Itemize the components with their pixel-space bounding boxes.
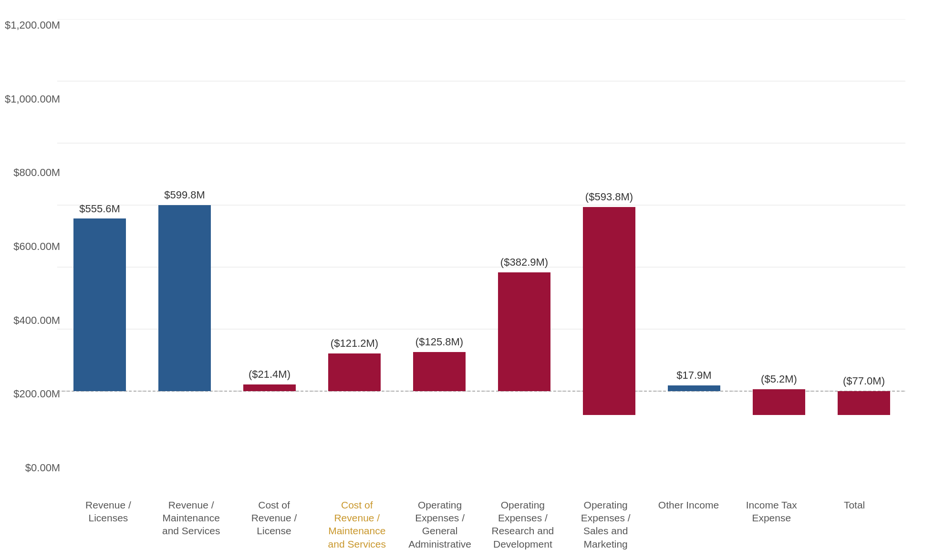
x-label-cost-revenue-maintenance: Cost ofRevenue /Maintenanceand Services (315, 498, 398, 550)
bar-label-opex-research: ($382.9M) (500, 256, 548, 268)
bar-opex-research (498, 272, 550, 391)
bar-opex-general (413, 352, 466, 391)
y-label-600: $600.00M (13, 240, 60, 253)
y-label-200: $200.00M (13, 388, 60, 400)
y-axis: $1,200.00M $1,000.00M $800.00M $600.00M … (5, 19, 60, 474)
bar-label-revenue-maintenance: $599.8M (164, 189, 205, 201)
y-label-1000: $1,000.00M (5, 93, 60, 105)
x-label-total: Total (813, 498, 896, 511)
bar-label-cost-revenue-license: ($21.4M) (249, 368, 291, 380)
bar-label-opex-sales: ($593.8M) (585, 191, 633, 203)
bar-label-total: ($77.0M) (843, 375, 885, 387)
x-axis-labels: Revenue /Licenses Revenue /Maintenancean… (57, 498, 905, 550)
chart-area: $1,200.00M $1,000.00M $800.00M $600.00M … (57, 19, 905, 474)
x-label-opex-sales: OperatingExpenses /Sales andMarketing (564, 498, 647, 550)
bar-revenue-licenses (73, 218, 126, 391)
bar-income-tax (753, 389, 805, 415)
bar-label-cost-revenue-maintenance: ($121.2M) (331, 337, 378, 349)
chart-svg: $555.6M $599.8M ($21.4M) ($121.2M) ($125… (57, 19, 905, 474)
bar-total (838, 391, 890, 415)
y-label-1200: $1,200.00M (5, 19, 60, 31)
bar-label-income-tax: ($5.2M) (761, 373, 797, 385)
bar-label-other-income: $17.9M (676, 369, 711, 381)
x-label-revenue-maintenance: Revenue /Maintenanceand Services (150, 498, 233, 538)
bar-label-revenue-licenses: $555.6M (79, 203, 120, 215)
bar-other-income (668, 385, 720, 391)
x-label-other-income: Other Income (647, 498, 730, 511)
bar-opex-sales (583, 207, 635, 415)
x-label-cost-revenue-license: Cost ofRevenue /License (233, 498, 316, 538)
y-label-400: $400.00M (13, 314, 60, 327)
bar-revenue-maintenance (158, 205, 211, 391)
x-label-opex-general: OperatingExpenses /GeneralAdministrative (398, 498, 481, 550)
x-label-income-tax: Income TaxExpense (730, 498, 813, 525)
bar-cost-revenue-license (243, 384, 296, 391)
x-label-revenue-licenses: Revenue /Licenses (67, 498, 150, 525)
bar-cost-revenue-maintenance (328, 353, 381, 391)
x-label-opex-research: OperatingExpenses /Research andDevelopme… (481, 498, 564, 550)
y-label-0: $0.00M (25, 462, 60, 474)
chart-container: $1,200.00M $1,000.00M $800.00M $600.00M … (0, 0, 934, 560)
y-label-800: $800.00M (13, 166, 60, 179)
bar-label-opex-general: ($125.8M) (415, 336, 463, 348)
